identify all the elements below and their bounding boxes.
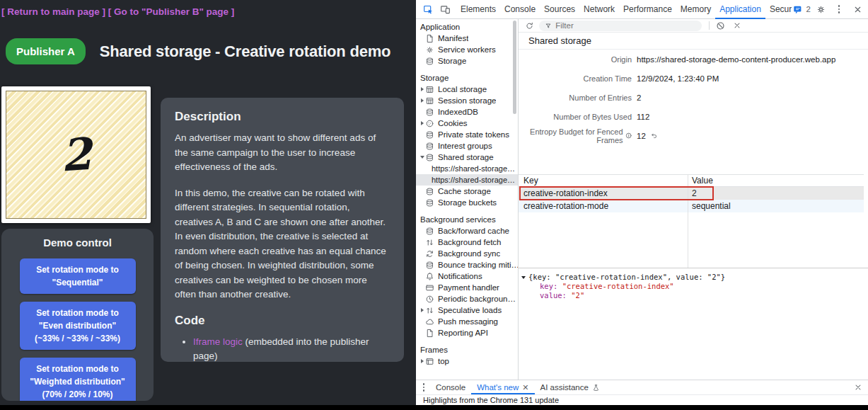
tab-console[interactable]: Console <box>500 0 540 19</box>
refresh-icon[interactable] <box>523 19 535 33</box>
sidebar-item-storage[interactable]: Storage <box>416 55 518 67</box>
devtools-menu-icon[interactable] <box>831 2 847 16</box>
table-row[interactable]: creative-rotation-index 2 <box>519 187 864 200</box>
sidebar-item-payment-handler[interactable]: Payment handler <box>416 282 518 293</box>
tree-child-row[interactable]: key: "creative-rotation-index" <box>521 282 868 291</box>
clear-icon[interactable] <box>714 19 727 33</box>
sync-icon <box>425 249 434 258</box>
demo-control-panel: Demo control Set rotation mode to "Seque… <box>1 229 154 401</box>
drawer-tab-ai-assistance[interactable]: AI assistance <box>535 380 606 394</box>
devtools-body: Application Manifest Service workers Sto… <box>416 19 868 380</box>
table-row[interactable]: creative-rotation-mode sequential <box>519 200 864 212</box>
sidebar-item-cache-storage[interactable]: Cache storage <box>416 186 518 197</box>
delete-selected-icon[interactable] <box>731 19 743 33</box>
drawer-close-icon[interactable] <box>854 380 868 394</box>
console-messages-icon[interactable] <box>792 2 804 16</box>
tab-network[interactable]: Network <box>579 0 619 19</box>
chevron-right-icon[interactable] <box>419 87 425 91</box>
tab-application[interactable]: Application <box>715 0 765 19</box>
sidebar-item-session-storage[interactable]: Session storage <box>416 95 518 106</box>
demo-control-title: Demo control <box>1 237 154 249</box>
sidebar-item-push-messaging[interactable]: Push messaging <box>416 316 518 327</box>
field-bytes-used: Number of Bytes Used 112 <box>519 107 868 126</box>
sidebar-item-speculative-loads[interactable]: Speculative loads <box>416 304 518 316</box>
close-tab-icon[interactable]: ✕ <box>522 383 528 392</box>
sidebar-item-bounce-tracking[interactable]: Bounce tracking miti… <box>416 259 518 271</box>
column-divider[interactable] <box>688 174 688 268</box>
filter-input[interactable] <box>555 21 696 30</box>
tree-child-row[interactable]: value: "2" <box>521 291 868 300</box>
creative-image: 2 <box>6 91 146 219</box>
tab-security[interactable]: Security <box>765 0 792 19</box>
publisher-b-link[interactable]: [ Go to "Publisher B" page ] <box>108 6 235 17</box>
sidebar-item-manifest[interactable]: Manifest <box>416 33 518 44</box>
creative-ad-frame: 2 <box>1 86 151 223</box>
sidebar-item-notifications[interactable]: Notifications <box>416 271 518 282</box>
tab-elements[interactable]: Elements <box>456 0 500 19</box>
whats-new-headline[interactable]: Highlights from the Chrome 131 update <box>416 394 868 405</box>
sidebar-item-local-storage[interactable]: Local storage <box>416 84 518 95</box>
set-weighted-distribution-button[interactable]: Set rotation mode to "Weighted distribut… <box>20 358 136 401</box>
sidebar-item-back-forward-cache[interactable]: Back/forward cache <box>416 225 518 237</box>
sidebar-section-background-services: Background services <box>416 214 518 225</box>
top-navigation: [ Return to main page ] [ Go to "Publish… <box>0 0 416 17</box>
inspect-element-icon[interactable] <box>419 2 436 16</box>
gear-icon <box>425 45 434 55</box>
set-sequential-button[interactable]: Set rotation mode to "Sequential" <box>20 258 136 294</box>
chevron-right-icon[interactable] <box>419 98 425 103</box>
sidebar-item-top-frame[interactable]: top <box>416 355 518 367</box>
return-to-main-link[interactable]: [ Return to main page ] <box>1 6 105 17</box>
sidebar-item-service-workers[interactable]: Service workers <box>416 44 518 55</box>
device-toolbar-icon[interactable] <box>436 2 453 16</box>
reset-budget-icon[interactable] <box>650 132 658 139</box>
field-entropy-budget: Entropy Budget for Fenced Frames 12 <box>519 126 868 145</box>
table-icon <box>425 85 434 94</box>
sidebar-scrollbar[interactable] <box>513 21 516 114</box>
chevron-right-icon[interactable] <box>419 359 425 363</box>
sidebar-item-background-fetch[interactable]: Background fetch <box>416 237 518 248</box>
database-icon <box>425 153 434 162</box>
page-header: Publisher A Shared storage - Creative ro… <box>0 17 416 64</box>
drawer-menu-icon[interactable] <box>417 380 430 394</box>
set-even-distribution-button[interactable]: Set rotation mode to "Even distribution"… <box>20 302 136 350</box>
cookie-icon <box>425 119 434 128</box>
settings-gear-icon[interactable] <box>812 2 829 16</box>
sidebar-item-shared-storage[interactable]: Shared storage <box>416 152 518 163</box>
up-down-arrows-icon <box>425 238 434 247</box>
entry-preview-tree: {key: "creative-rotation-index", value: … <box>519 268 868 380</box>
metadata-fields: Origin https://shared-storage-demo-conte… <box>519 50 868 145</box>
sidebar-item-interest-groups[interactable]: Interest groups <box>416 140 518 152</box>
tree-root-row[interactable]: {key: "creative-rotation-index", value: … <box>521 273 868 282</box>
chevron-down-icon[interactable] <box>419 156 425 159</box>
filter-pill[interactable] <box>539 21 702 31</box>
iframe-logic-link[interactable]: Iframe logic <box>193 336 243 347</box>
devtools-toolbar: Elements Console Sources Network Perform… <box>416 0 868 19</box>
sidebar-item-reporting-api[interactable]: Reporting API <box>416 327 518 338</box>
drawer-tab-console[interactable]: Console <box>430 380 471 394</box>
sidebar-item-indexeddb[interactable]: IndexedDB <box>416 106 518 118</box>
sidebar-item-cookies[interactable]: Cookies <box>416 118 518 129</box>
tab-memory[interactable]: Memory <box>676 0 715 19</box>
info-icon[interactable] <box>625 132 632 139</box>
sidebar-item-background-sync[interactable]: Background sync <box>416 248 518 259</box>
chevron-right-icon[interactable] <box>419 121 425 125</box>
sidebar-item-shared-storage-origin-2[interactable]: https://shared-storage… <box>416 174 518 186</box>
sidebar-item-private-state-tokens[interactable]: Private state tokens <box>416 129 518 140</box>
chevron-right-icon[interactable] <box>419 308 425 312</box>
tab-performance[interactable]: Performance <box>619 0 676 19</box>
tab-sources[interactable]: Sources <box>540 0 579 19</box>
drawer-tab-whats-new[interactable]: What's new✕ <box>471 380 534 394</box>
column-header-value[interactable]: Value <box>688 176 713 186</box>
publisher-demo-page: [ Return to main page ] [ Go to "Publish… <box>0 0 416 405</box>
column-header-key[interactable]: Key <box>519 176 688 186</box>
database-icon <box>425 57 434 66</box>
caret-down-icon[interactable] <box>521 276 526 279</box>
sidebar-item-storage-buckets[interactable]: Storage buckets <box>416 197 518 208</box>
sidebar-item-shared-storage-origin-1[interactable]: https://shared-storage… <box>416 163 518 174</box>
sidebar-item-periodic-background-sync[interactable]: Periodic backgroun… <box>416 293 518 304</box>
creative-number: 2 <box>59 128 93 182</box>
devtools-close-icon[interactable] <box>849 2 866 16</box>
divider <box>709 21 710 30</box>
shared-storage-table: Key Value creative-rotation-index 2 crea… <box>519 174 864 268</box>
code-links-list: Iframe logic (embedded into the publishe… <box>193 335 390 362</box>
